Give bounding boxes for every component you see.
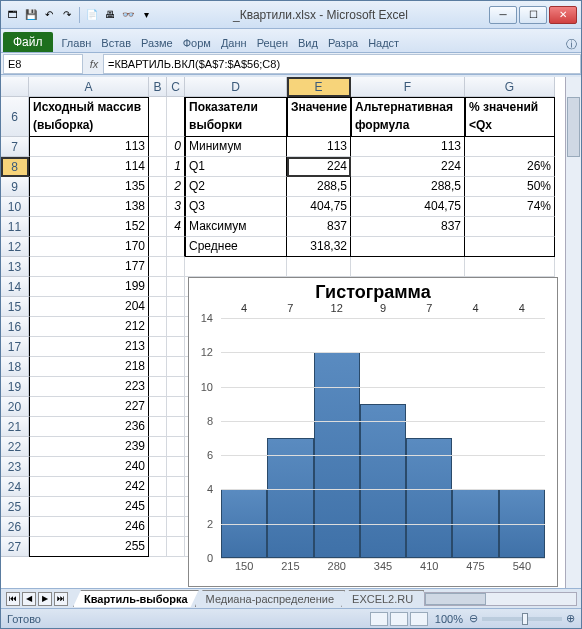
sheet-tab[interactable]: EXCEL2.RU [341,590,424,607]
cell[interactable]: 135 [29,177,149,197]
cell[interactable] [167,317,185,337]
help-icon[interactable]: ⓘ [566,37,577,52]
cell[interactable]: 2 [167,177,185,197]
cell[interactable] [287,257,351,277]
save-icon[interactable]: 💾 [23,7,39,23]
row-header[interactable]: 18 [1,357,29,377]
cell[interactable]: 239 [29,437,149,457]
row-header[interactable]: 24 [1,477,29,497]
cell[interactable]: 245 [29,497,149,517]
cell[interactable]: 227 [29,397,149,417]
row-header[interactable]: 6 [1,97,29,137]
cell[interactable]: 4 [167,217,185,237]
cell[interactable] [167,297,185,317]
cell[interactable]: 242 [29,477,149,497]
header-alt[interactable]: Альтернативная формула [351,97,465,137]
cell[interactable]: 404,75 [351,197,465,217]
cell[interactable]: 224 [351,157,465,177]
cell[interactable] [167,377,185,397]
cell[interactable]: 288,5 [287,177,351,197]
cell[interactable] [167,537,185,557]
cell[interactable]: 218 [29,357,149,377]
cell[interactable]: 224 [287,157,351,177]
cell[interactable]: 212 [29,317,149,337]
cell[interactable] [167,517,185,537]
cell[interactable] [167,397,185,417]
header-pct[interactable]: % значений <Qx [465,97,555,137]
row-header[interactable]: 16 [1,317,29,337]
cell[interactable] [351,237,465,257]
qat-dropdown-icon[interactable]: ▾ [138,7,154,23]
sheet-tab-active[interactable]: Квартиль-выборка [73,590,199,607]
column-header[interactable]: E [287,77,351,97]
zoom-label[interactable]: 100% [435,613,463,625]
close-button[interactable]: ✕ [549,6,577,24]
cell[interactable]: 113 [287,137,351,157]
cell[interactable]: 114 [29,157,149,177]
row-header[interactable]: 10 [1,197,29,217]
header-sample[interactable]: Исходный массив (выборка) [29,97,149,137]
cell[interactable]: 26% [465,157,555,177]
worksheet[interactable]: ABCDEFG6Исходный массив (выборка)Показат… [1,77,581,588]
cell[interactable]: 318,32 [287,237,351,257]
cell[interactable]: Среднее [185,237,287,257]
ribbon-tab-data[interactable]: Данн [216,34,252,52]
undo-icon[interactable]: ↶ [41,7,57,23]
cell[interactable] [167,457,185,477]
column-header[interactable]: B [149,77,167,97]
cell[interactable] [167,417,185,437]
cell[interactable]: 837 [351,217,465,237]
cell[interactable] [465,257,555,277]
cell[interactable]: 255 [29,537,149,557]
row-header[interactable]: 19 [1,377,29,397]
tab-first-icon[interactable]: ⏮ [6,592,20,606]
row-header[interactable]: 14 [1,277,29,297]
ribbon-tab-formulas[interactable]: Форм [178,34,216,52]
cell[interactable]: 288,5 [351,177,465,197]
zoom-slider-thumb[interactable] [522,613,528,625]
scrollbar-thumb[interactable] [567,97,580,157]
ribbon-tab-developer[interactable]: Разра [323,34,363,52]
cell[interactable] [465,217,555,237]
cell[interactable]: 152 [29,217,149,237]
cell[interactable] [351,257,465,277]
cell[interactable] [465,237,555,257]
cell[interactable]: 199 [29,277,149,297]
cell[interactable] [167,337,185,357]
column-header[interactable]: A [29,77,149,97]
row-header[interactable]: 22 [1,437,29,457]
column-header[interactable]: C [167,77,185,97]
file-tab[interactable]: Файл [3,32,53,52]
cell[interactable] [185,257,287,277]
column-header[interactable]: G [465,77,555,97]
cell[interactable]: 213 [29,337,149,357]
row-header[interactable]: 21 [1,417,29,437]
chart-histogram[interactable]: Гистограмма 02468101214 47129744 1502152… [188,277,558,587]
cell[interactable]: 138 [29,197,149,217]
qat-icon[interactable]: 🖶 [102,7,118,23]
cell[interactable]: 204 [29,297,149,317]
qat-icon[interactable]: 📄 [84,7,100,23]
cell[interactable]: 1 [167,157,185,177]
cell[interactable] [167,237,185,257]
row-header[interactable]: 15 [1,297,29,317]
maximize-button[interactable]: ☐ [519,6,547,24]
cell[interactable]: 170 [29,237,149,257]
cell[interactable]: 246 [29,517,149,537]
cell[interactable] [465,137,555,157]
row-header[interactable]: 11 [1,217,29,237]
tab-prev-icon[interactable]: ◀ [22,592,36,606]
header-indicator[interactable]: Показатели выборки [185,97,287,137]
tab-next-icon[interactable]: ▶ [38,592,52,606]
cell[interactable] [167,277,185,297]
tab-last-icon[interactable]: ⏭ [54,592,68,606]
cell[interactable]: Максимум [185,217,287,237]
row-header[interactable]: 17 [1,337,29,357]
row-header[interactable]: 23 [1,457,29,477]
header-value[interactable]: Значение [287,97,351,137]
row-header[interactable]: 13 [1,257,29,277]
cell[interactable]: 236 [29,417,149,437]
cell[interactable]: 50% [465,177,555,197]
redo-icon[interactable]: ↷ [59,7,75,23]
zoom-out-button[interactable]: ⊖ [469,612,478,625]
